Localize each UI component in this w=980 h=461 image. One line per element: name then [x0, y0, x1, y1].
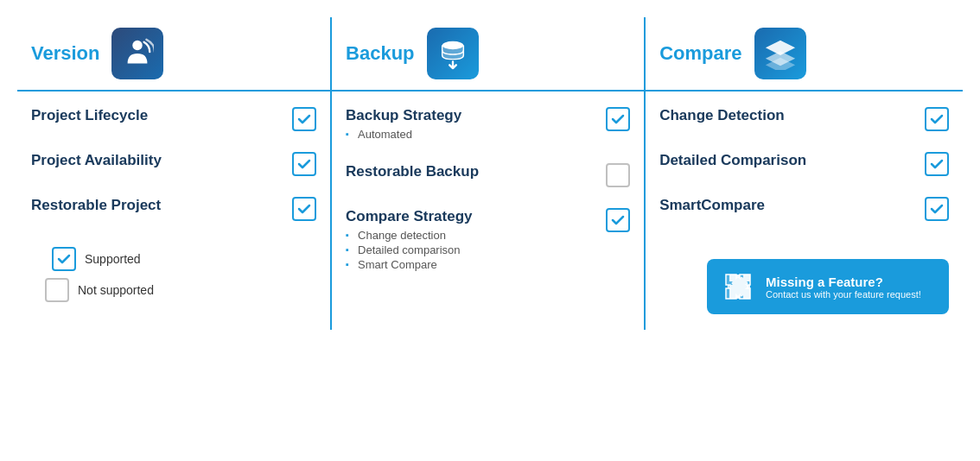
compare-icon-box	[754, 28, 806, 79]
restorable-backup-label: Restorable Backup	[346, 163, 479, 180]
header-row: Version Backup	[17, 17, 963, 91]
detailed-comparison-check	[925, 152, 949, 176]
compare-strategy-sub-item-1: Change detection	[346, 229, 472, 242]
backup-header-cell: Backup	[331, 17, 645, 91]
compare-icon	[764, 37, 797, 70]
version-icon-box	[111, 28, 163, 79]
legend-supported: Supported	[45, 247, 302, 271]
backup-icon-box	[427, 28, 479, 79]
project-lifecycle-label: Project Lifecycle	[31, 107, 148, 124]
legend-not-supported-icon	[45, 278, 69, 302]
smart-compare-label: SmartCompare	[659, 197, 765, 214]
detailed-comparison-block: Detailed Comparison	[659, 152, 949, 176]
compare-strategy-block: Compare Strategy Change detection Detail…	[346, 208, 630, 273]
project-lifecycle-check	[292, 107, 316, 131]
detailed-comparison-label: Detailed Comparison	[659, 152, 806, 169]
missing-feature-subtitle: Contact us with your feature request!	[766, 289, 921, 300]
project-lifecycle-block: Project Lifecycle	[31, 107, 316, 131]
svg-point-0	[133, 41, 143, 50]
compare-header-label: Compare	[659, 42, 741, 65]
content-row: Project Lifecycle Project Availability R…	[17, 91, 963, 330]
compare-strategy-sub: Change detection Detailed comparison Sma…	[346, 229, 472, 271]
puzzle-icon	[721, 269, 755, 304]
backup-icon	[436, 37, 469, 70]
backup-content: Backup Strategy Automated Restorable Bac…	[331, 91, 645, 330]
version-content: Project Lifecycle Project Availability R…	[17, 91, 331, 330]
compare-strategy-sub-item-2: Detailed comparison	[346, 243, 472, 256]
project-availability-check	[292, 152, 316, 176]
legend-supported-icon	[52, 247, 76, 271]
compare-strategy-sub-item-3: Smart Compare	[346, 258, 472, 271]
restorable-backup-block: Restorable Backup	[346, 163, 630, 187]
compare-header-cell: Compare	[645, 17, 963, 91]
restorable-project-check	[292, 197, 316, 221]
legend-not-supported: Not supported	[45, 278, 302, 302]
version-header-label: Version	[31, 42, 99, 65]
change-detection-check	[925, 107, 949, 131]
version-header-cell: Version	[17, 17, 331, 91]
compare-strategy-label: Compare Strategy	[346, 208, 472, 224]
missing-feature-banner[interactable]: Missing a Feature? Contact us with your …	[707, 259, 949, 314]
backup-header-label: Backup	[346, 42, 414, 65]
backup-strategy-sub-item-1: Automated	[346, 128, 461, 141]
project-availability-label: Project Availability	[31, 152, 162, 169]
backup-strategy-check	[606, 107, 630, 131]
smart-compare-block: SmartCompare	[659, 197, 949, 221]
backup-strategy-sub: Automated	[346, 128, 461, 141]
change-detection-label: Change Detection	[659, 107, 785, 124]
legend-not-supported-label: Not supported	[78, 283, 154, 297]
restorable-backup-check	[606, 163, 630, 187]
missing-feature-text: Missing a Feature? Contact us with your …	[766, 275, 921, 300]
change-detection-block: Change Detection	[659, 107, 949, 131]
legend-section: Supported Not supported	[31, 247, 316, 302]
compare-strategy-check	[606, 208, 630, 232]
restorable-project-label: Restorable Project	[31, 197, 161, 214]
legend-supported-label: Supported	[85, 252, 141, 266]
smart-compare-check	[925, 197, 949, 221]
project-availability-block: Project Availability	[31, 152, 316, 176]
backup-strategy-block: Backup Strategy Automated	[346, 107, 630, 142]
backup-strategy-label: Backup Strategy	[346, 107, 461, 123]
missing-feature-title: Missing a Feature?	[766, 275, 921, 289]
compare-content: Change Detection Detailed Comparison Sma…	[645, 91, 963, 330]
version-icon	[121, 37, 154, 70]
restorable-project-block: Restorable Project	[31, 197, 316, 221]
